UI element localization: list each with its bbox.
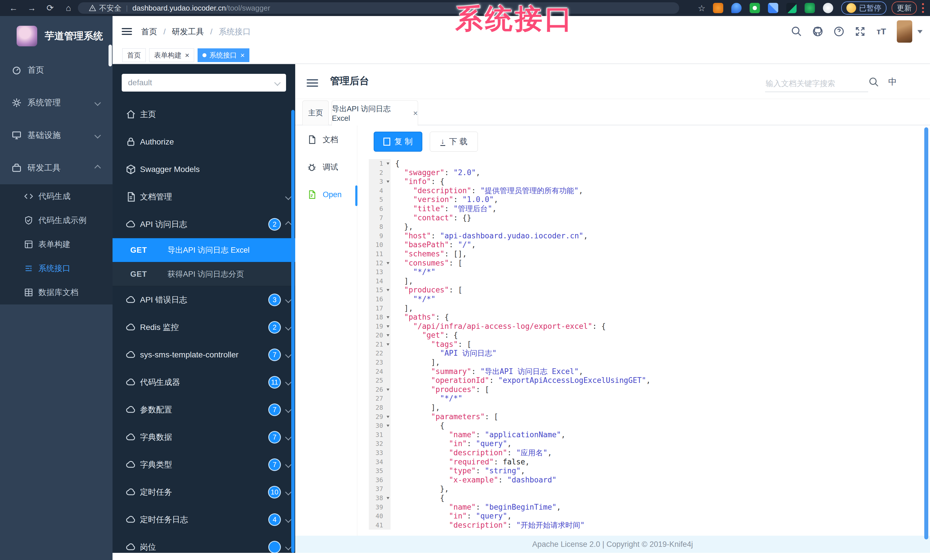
swagger-nav-item[interactable]: API 错误日志 3 [112, 286, 295, 314]
line-number[interactable]: 34 [369, 457, 391, 467]
sidebar-item-devtools[interactable]: 研发工具 [0, 152, 112, 184]
swagger-nav-item[interactable]: 定时任务 10 [112, 479, 295, 506]
line-number[interactable]: 8 [369, 222, 391, 232]
app-logo-row[interactable]: 芋道管理系统 [0, 16, 112, 54]
doc-search-icon[interactable] [868, 77, 879, 87]
copy-button[interactable]: 复 制 [374, 132, 422, 152]
tag-close-icon[interactable]: × [185, 52, 189, 59]
user-menu-caret-icon[interactable] [918, 30, 922, 36]
sidebar-item-system-api[interactable]: 系统接口 [0, 256, 112, 281]
line-number[interactable]: 18 [369, 313, 391, 322]
browser-refresh-icon[interactable]: ⟳ [45, 3, 55, 13]
line-number[interactable]: 21 [369, 340, 391, 349]
doc-nav-item[interactable]: 调试 [295, 158, 357, 176]
swagger-nav-item[interactable]: 定时任务日志 4 [112, 506, 295, 533]
swagger-nav-item[interactable]: 代码生成器 11 [112, 368, 295, 396]
swagger-nav-item[interactable]: Swagger Models [112, 156, 295, 183]
browser-menu-icon[interactable] [922, 3, 924, 13]
code-editor[interactable]: 1 { 2 "swagger": "2.0", 3 "info": { 4 "d… [369, 159, 919, 530]
bookmark-star-icon[interactable]: ☆ [698, 3, 705, 13]
line-number[interactable]: 11 [369, 250, 391, 259]
line-number[interactable]: 17 [369, 304, 391, 313]
line-number[interactable]: 9 [369, 232, 391, 241]
browser-forward-icon[interactable]: → [27, 3, 37, 13]
extension-icon[interactable] [731, 3, 742, 13]
browser-update-button[interactable]: 更新 [892, 2, 917, 15]
line-number[interactable]: 26 [369, 385, 391, 394]
github-icon[interactable] [812, 26, 824, 37]
doc-tab[interactable]: 导出API 访问日志 Excel × [331, 100, 418, 126]
line-number[interactable]: 14 [369, 277, 391, 286]
line-number[interactable]: 38 [369, 494, 391, 503]
sidebar-item-home[interactable]: 首页 [0, 54, 112, 86]
line-number[interactable]: 25 [369, 376, 391, 385]
extension-icon[interactable] [823, 3, 833, 13]
swagger-nav-item[interactable]: API 访问日志 2 [112, 210, 295, 238]
swagger-nav-item[interactable]: 字典类型 7 [112, 451, 295, 479]
extension-icon[interactable] [786, 3, 796, 13]
swagger-scrollbar-thumb[interactable] [291, 110, 295, 553]
swagger-nav-item[interactable]: 字典数据 7 [112, 423, 295, 451]
line-number[interactable]: 6 [369, 204, 391, 213]
address-bar[interactable]: 不安全 | dashboard.yudao.iocoder.cn/tool/sw… [78, 2, 679, 14]
extension-icon[interactable] [768, 3, 778, 13]
line-number[interactable]: 5 [369, 195, 391, 204]
profile-paused-pill[interactable]: 已暂停 [841, 2, 887, 15]
help-icon[interactable] [833, 26, 845, 37]
breadcrumb-home[interactable]: 首页 [141, 27, 157, 36]
line-number[interactable]: 13 [369, 267, 391, 277]
swagger-nav-item[interactable]: sys-sms-template-controller 7 [112, 341, 295, 368]
user-avatar[interactable] [897, 20, 912, 43]
api-operation-row[interactable]: GET 导出API 访问日志 Excel [112, 238, 295, 262]
doc-search-input[interactable] [765, 75, 868, 92]
line-number[interactable]: 10 [369, 240, 391, 250]
extension-icon[interactable] [713, 3, 723, 13]
line-number[interactable]: 35 [369, 466, 391, 476]
line-number[interactable]: 22 [369, 349, 391, 358]
breadcrumb-devtools[interactable]: 研发工具 [172, 27, 204, 36]
line-number[interactable]: 15 [369, 285, 391, 295]
line-number[interactable]: 32 [369, 439, 391, 448]
line-number[interactable]: 12 [369, 259, 391, 268]
browser-back-icon[interactable]: ← [9, 3, 18, 13]
collapse-sidebar-icon[interactable] [306, 77, 318, 87]
line-number[interactable]: 19 [369, 322, 391, 331]
sidebar-item-codegen[interactable]: 代码生成 [0, 184, 112, 208]
page-scrollbar-thumb[interactable] [924, 127, 928, 539]
line-number[interactable]: 28 [369, 403, 391, 412]
swagger-nav-item[interactable]: 岗位 [112, 533, 295, 553]
line-number[interactable]: 41 [369, 521, 391, 530]
line-number[interactable]: 23 [369, 358, 391, 367]
swagger-nav-item[interactable]: Authorize [112, 128, 295, 156]
download-button[interactable]: ↓ 下 载 [430, 132, 478, 152]
line-number[interactable]: 1 [369, 159, 391, 168]
line-number[interactable]: 7 [369, 213, 391, 222]
swagger-nav-item[interactable]: 文档管理 [112, 183, 295, 210]
sidebar-item-system[interactable]: 系统管理 [0, 86, 112, 119]
language-icon[interactable]: 中 [887, 76, 898, 87]
sidebar-item-db-doc[interactable]: 数据库文档 [0, 281, 112, 304]
line-number[interactable]: 33 [369, 448, 391, 457]
sidebar-scrollbar-thumb[interactable] [109, 44, 112, 66]
api-operation-row[interactable]: GET 获得API 访问日志分页 [112, 262, 295, 286]
doc-tab[interactable]: 主页 [302, 100, 329, 125]
extension-icon[interactable] [805, 3, 815, 13]
sidebar-item-form-build[interactable]: 表单构建 [0, 232, 112, 256]
line-number[interactable]: 3 [369, 177, 391, 186]
tab-close-icon[interactable]: × [413, 109, 418, 118]
tag[interactable]: 首页 [122, 48, 146, 62]
line-number[interactable]: 2 [369, 168, 391, 177]
swagger-nav-item[interactable]: 参数配置 7 [112, 396, 295, 423]
line-number[interactable]: 37 [369, 485, 391, 494]
doc-nav-item[interactable]: 文档 [295, 130, 357, 149]
line-number[interactable]: 40 [369, 512, 391, 521]
line-number[interactable]: 4 [369, 186, 391, 195]
tag-close-icon[interactable]: × [240, 52, 245, 59]
line-number[interactable]: 27 [369, 394, 391, 403]
line-number[interactable]: 31 [369, 430, 391, 440]
search-icon[interactable] [791, 26, 802, 37]
sidebar-item-infra[interactable]: 基础设施 [0, 119, 112, 152]
swagger-nav-item[interactable]: Redis 监控 2 [112, 314, 295, 341]
tag[interactable]: 系统接口 × [197, 48, 249, 62]
line-number[interactable]: 20 [369, 331, 391, 340]
